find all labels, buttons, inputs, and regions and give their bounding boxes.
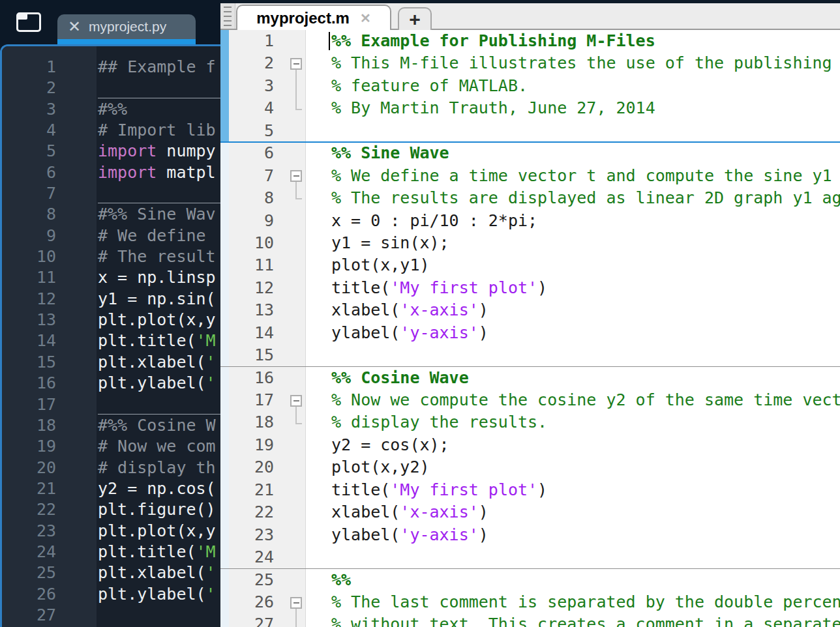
code-line[interactable]: 11x = np.linsp <box>2 267 222 288</box>
code-line[interactable]: 27% without text. This creates a comment… <box>220 613 840 627</box>
line-number: 26 <box>229 591 274 613</box>
code-line[interactable]: 8% The results are displayed as linear 2… <box>220 187 840 209</box>
line-number: 1 <box>229 30 274 52</box>
line-number: 1 <box>2 57 56 78</box>
code-line[interactable]: 2% This M-file illustrates the use of th… <box>220 52 840 74</box>
code-text: % Now we compute the cosine y2 of the sa… <box>331 389 840 411</box>
code-line[interactable]: 12y1 = np.sin( <box>2 289 222 310</box>
code-line[interactable]: 5import numpy <box>2 141 222 162</box>
line-number: 27 <box>229 613 274 627</box>
tab-myproject-m[interactable]: myproject.m ✕ <box>236 5 391 30</box>
code-text: title('My first plot') <box>331 277 547 299</box>
code-line[interactable]: 23plt.plot(x,y <box>2 521 222 542</box>
line-number: 18 <box>2 415 56 436</box>
line-number: 14 <box>2 330 56 351</box>
drag-handle[interactable] <box>220 3 235 29</box>
code-text: %% Cosine Wave <box>331 367 469 389</box>
matlab-code-editor[interactable]: 1%% Example for Publishing M-Files2% Thi… <box>220 30 840 627</box>
fold-toggle-icon[interactable] <box>290 395 302 407</box>
code-line[interactable]: 27 <box>2 605 222 626</box>
code-line[interactable]: 6import matpl <box>2 162 222 183</box>
code-line[interactable]: 20plot(x,y2) <box>220 456 840 478</box>
code-line[interactable]: 18% display the results. <box>220 411 840 433</box>
code-text: xlabel('x-axis') <box>331 501 488 523</box>
code-line[interactable]: 24 <box>220 546 840 568</box>
code-line[interactable]: 16plt.ylabel(' <box>2 373 222 394</box>
code-line[interactable]: 15 <box>220 344 840 366</box>
code-line[interactable]: 24plt.title('M <box>2 542 222 562</box>
code-line[interactable]: 14ylabel('y-axis') <box>220 322 840 344</box>
line-number: 16 <box>229 367 274 389</box>
matlab-code-lines[interactable]: 1%% Example for Publishing M-Files2% Thi… <box>220 30 840 627</box>
line-number: 17 <box>229 389 274 411</box>
python-code-lines[interactable]: 1## Example f23#%%4# Import lib5import n… <box>2 57 222 626</box>
code-line[interactable]: 19# Now we com <box>2 436 222 457</box>
line-number: 8 <box>2 204 56 225</box>
python-code-editor[interactable]: 1## Example f23#%%4# Import lib5import n… <box>0 44 222 627</box>
code-line[interactable]: 13plt.plot(x,y <box>2 310 222 330</box>
code-line[interactable]: 1## Example f <box>2 57 222 78</box>
fold-toggle-icon[interactable] <box>290 58 302 70</box>
code-line[interactable]: 26% The last comment is separated by the… <box>220 591 840 613</box>
close-icon[interactable]: ✕ <box>360 10 371 26</box>
code-line[interactable]: 1%% Example for Publishing M-Files <box>220 30 840 52</box>
code-line[interactable]: 14plt.title('M <box>2 330 222 351</box>
line-number: 22 <box>229 501 274 523</box>
close-icon[interactable]: ✕ <box>68 19 81 35</box>
code-line[interactable]: 7 <box>2 183 222 204</box>
fold-region-end <box>295 109 302 110</box>
code-line[interactable]: 10y1 = sin(x); <box>220 232 840 254</box>
text-caret <box>329 32 330 50</box>
active-tab-underline <box>57 39 196 44</box>
code-line[interactable]: 5 <box>220 120 840 142</box>
line-number: 15 <box>2 352 56 373</box>
code-text: % feature of MATLAB. <box>331 75 528 97</box>
code-line[interactable]: 4% By Martin Trauth, June 27, 2014 <box>220 97 840 119</box>
code-line[interactable]: 7% We define a time vector t and compute… <box>220 165 840 187</box>
line-number: 26 <box>2 584 56 605</box>
code-line[interactable]: 15plt.xlabel(' <box>2 352 222 373</box>
matlab-editor-window: myproject.m ✕ + 1%% Example for Publishi… <box>220 3 840 627</box>
code-line[interactable]: 23ylabel('y-axis') <box>220 524 840 546</box>
new-tab-button[interactable]: + <box>398 7 432 30</box>
code-line[interactable]: 9x = 0 : pi/10 : 2*pi; <box>220 210 840 232</box>
line-number: 6 <box>2 162 56 183</box>
code-line[interactable]: 17% Now we compute the cosine y2 of the … <box>220 389 840 411</box>
line-number: 5 <box>229 120 274 142</box>
code-line[interactable]: 11plot(x,y1) <box>220 254 840 276</box>
code-line[interactable]: 19y2 = cos(x); <box>220 434 840 456</box>
code-line[interactable]: 21title('My first plot') <box>220 479 840 501</box>
code-line[interactable]: 6%% Sine Wave <box>220 142 840 164</box>
fold-toggle-icon[interactable] <box>290 597 302 609</box>
grip-dots-icon <box>224 7 232 26</box>
tab-myproject-py[interactable]: ✕ myproject.py <box>57 14 196 39</box>
code-line[interactable]: 21y2 = np.cos( <box>2 478 222 499</box>
line-number: 21 <box>2 478 56 499</box>
fold-toggle-icon[interactable] <box>290 170 302 182</box>
code-line[interactable]: 9# We define <box>2 226 222 246</box>
code-text: title('My first plot') <box>331 479 547 501</box>
code-line[interactable]: 25plt.xlabel(' <box>2 562 222 583</box>
window-icon[interactable] <box>16 12 41 32</box>
code-line[interactable]: 3% feature of MATLAB. <box>220 75 840 97</box>
code-line[interactable]: 16%% Cosine Wave <box>220 367 840 389</box>
code-line[interactable]: 22plt.figure() <box>2 499 222 520</box>
line-number: 2 <box>2 78 56 98</box>
code-line[interactable]: 18#%% Cosine W <box>2 415 222 436</box>
code-line[interactable]: 22xlabel('x-axis') <box>220 501 840 523</box>
code-line[interactable]: 26plt.ylabel(' <box>2 584 222 605</box>
code-line[interactable]: 20# display th <box>2 458 222 478</box>
code-line[interactable]: 8#%% Sine Wav <box>2 204 222 225</box>
code-line[interactable]: 13xlabel('x-axis') <box>220 299 840 321</box>
code-text: # We define <box>98 226 206 246</box>
code-line[interactable]: 25%% <box>220 569 840 591</box>
code-line[interactable]: 10# The result <box>2 246 222 267</box>
code-line[interactable]: 17 <box>2 394 222 415</box>
code-line[interactable]: 4# Import lib <box>2 120 222 141</box>
line-number: 11 <box>2 267 56 288</box>
code-line[interactable]: 3#%% <box>2 99 222 120</box>
line-number: 17 <box>2 394 56 415</box>
code-line[interactable]: 12title('My first plot') <box>220 277 840 299</box>
code-text: plot(x,y1) <box>331 254 430 276</box>
code-line[interactable]: 2 <box>2 78 222 98</box>
